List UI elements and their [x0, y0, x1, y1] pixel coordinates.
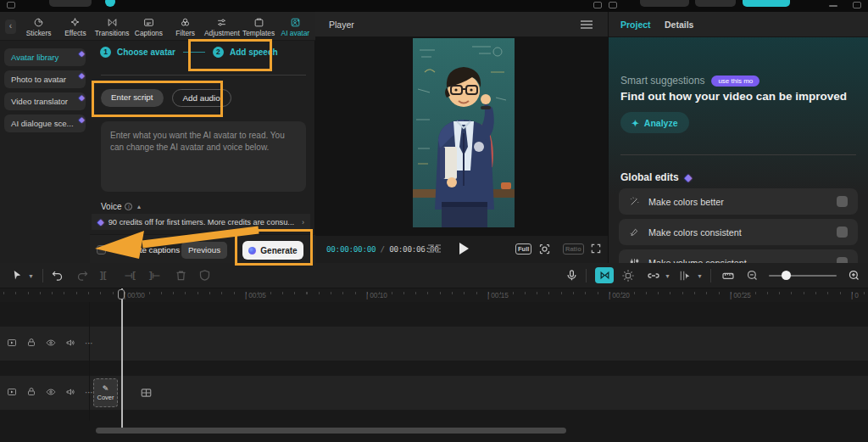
horizontal-scrollbar[interactable] — [96, 428, 566, 434]
tab-project[interactable]: Project — [620, 20, 651, 30]
templates-icon — [253, 17, 264, 28]
lock-icon[interactable] — [26, 338, 36, 348]
generate-button[interactable]: Generate — [242, 241, 303, 260]
transitions-icon — [107, 17, 118, 28]
info-icon[interactable]: i — [125, 203, 132, 210]
inspector-panel: Project Details Smart suggestions use th… — [609, 12, 868, 263]
select-tool-chevron-icon[interactable]: ▼ — [28, 273, 34, 279]
nav-ai-avatar[interactable]: AI avatar — [277, 17, 314, 37]
edit-card-colors-better[interactable]: Make colors better — [619, 188, 858, 215]
premium-gem-icon: ◆ — [79, 115, 85, 129]
record-voiceover-icon[interactable] — [565, 269, 578, 282]
more-icon[interactable]: ⋯ — [85, 338, 94, 348]
preview-select-icon[interactable] — [678, 269, 692, 283]
titlebar-icon — [7, 2, 15, 8]
toggle-colors-consistent[interactable] — [837, 227, 848, 238]
analyze-button[interactable]: ✦ Analyze — [620, 112, 689, 133]
use-this-badge: use this mo — [711, 76, 760, 87]
adjustment-icon — [216, 17, 227, 28]
toggle-colors-better[interactable] — [837, 196, 848, 207]
zoom-out-icon[interactable] — [746, 269, 759, 282]
playhead[interactable] — [121, 288, 123, 431]
select-tool-icon[interactable] — [11, 269, 24, 282]
fullscreen-icon[interactable] — [590, 243, 602, 255]
player-controls: 00:00:00:00 / 00:00:06:00 Full Ratio — [315, 235, 608, 263]
enter-script-tab[interactable]: Enter script — [101, 89, 164, 107]
minimize-icon[interactable] — [829, 5, 837, 7]
main-track-magnet-icon[interactable] — [595, 267, 614, 283]
sidebar-item-ai-dialogue-scene[interactable]: AI dialogue sce...◆ — [4, 115, 86, 132]
cover-button[interactable]: ✎ Cover — [93, 378, 118, 407]
edit-card-volume-consistent[interactable]: Make volume consistent — [619, 249, 858, 263]
lock-icon[interactable] — [26, 387, 36, 397]
auto-snap-icon[interactable] — [621, 269, 635, 283]
playhead-handle[interactable] — [118, 289, 125, 299]
nav-captions[interactable]: Captions — [131, 17, 167, 37]
script-input[interactable] — [101, 121, 306, 192]
delete-left-icon[interactable]: ⟞[ — [125, 270, 136, 281]
step-2-label[interactable]: Add speech — [230, 48, 278, 57]
split-icon[interactable]: ][ — [100, 270, 106, 280]
preview-chevron-icon[interactable]: ▼ — [697, 273, 703, 279]
play-button[interactable] — [459, 243, 469, 255]
nav-adjustment[interactable]: Adjustment — [203, 17, 240, 37]
sidebar-item-photo-to-avatar[interactable]: Photo to avatar◆ — [4, 70, 86, 88]
timeline-scale-icon[interactable] — [721, 269, 735, 283]
titlebar-pill — [49, 0, 92, 7]
nav-stickers[interactable]: Stickers — [20, 17, 57, 37]
credits-banner[interactable]: ◆ 90 credits off for first timers. More … — [92, 214, 310, 230]
tab-details[interactable]: Details — [665, 20, 693, 30]
sidebar-item-avatar-library[interactable]: Avatar library◆ — [4, 48, 86, 66]
track-lane-1[interactable] — [0, 327, 868, 361]
previous-button[interactable]: Previous — [181, 242, 227, 259]
mask-icon[interactable] — [198, 269, 211, 282]
delete-right-icon[interactable]: ]⟝ — [149, 270, 160, 281]
quality-scan-icon[interactable] — [538, 243, 551, 255]
collapse-panel-button[interactable]: ‹ — [5, 20, 16, 34]
step-1-label[interactable]: Choose avatar — [117, 48, 175, 57]
clip-thumbnail-icon[interactable] — [140, 387, 153, 399]
player-menu-icon[interactable] — [581, 20, 593, 29]
timeline-ruler[interactable]: 00:00 00:05 00:10 00:15 00:20 00:25 0 — [0, 288, 868, 302]
nav-effects[interactable]: Effects — [57, 17, 93, 37]
edit-card-colors-consistent[interactable]: Make colors consistent — [619, 219, 858, 245]
improve-headline: Find out how your video can be improved — [620, 90, 847, 103]
track-type-icon — [7, 338, 17, 348]
pen-refresh-icon — [629, 227, 640, 238]
eye-icon[interactable] — [46, 387, 56, 397]
chevron-right-icon: › — [302, 218, 304, 227]
divider — [620, 154, 856, 155]
zoom-slider-handle[interactable] — [782, 271, 791, 280]
speaker-icon[interactable] — [65, 387, 75, 397]
smart-suggestions-label: Smart suggestions — [620, 75, 704, 87]
sidebar-item-video-translator[interactable]: Video translator◆ — [4, 92, 86, 110]
link-chevron-icon[interactable]: ▼ — [665, 273, 670, 279]
full-preview-button[interactable]: Full — [515, 243, 531, 255]
script-view-icon[interactable] — [428, 244, 441, 255]
generate-captions-label: Generate captions — [112, 245, 180, 255]
nav-transitions[interactable]: Transitions — [94, 17, 131, 37]
divider — [101, 75, 306, 76]
wizard-steps: 1 Choose avatar 2 Add speech — [100, 47, 278, 58]
ratio-button[interactable]: Ratio — [563, 243, 584, 255]
speaker-icon[interactable] — [65, 338, 75, 348]
add-audio-tab[interactable]: Add audio — [172, 89, 231, 107]
script-input-container — [101, 121, 306, 192]
generate-captions-checkbox[interactable] — [97, 245, 106, 255]
window-icon[interactable] — [853, 2, 861, 8]
zoom-in-icon[interactable] — [848, 269, 860, 282]
collapse-caret-icon[interactable]: ▲ — [136, 204, 142, 210]
export-button-fragment[interactable] — [743, 0, 790, 7]
nav-templates[interactable]: Templates — [241, 17, 277, 37]
track-lane-2[interactable] — [0, 376, 868, 410]
delete-icon[interactable] — [175, 269, 187, 282]
voice-section-header[interactable]: Voice i ▲ — [101, 202, 142, 211]
link-clips-icon[interactable] — [647, 269, 660, 283]
undo-icon[interactable] — [51, 269, 64, 282]
redo-icon[interactable] — [76, 269, 89, 282]
timeline-zoom-slider[interactable] — [769, 275, 837, 277]
toggle-volume-consistent[interactable] — [837, 257, 848, 263]
nav-filters[interactable]: Filters — [167, 17, 203, 37]
video-preview[interactable] — [413, 38, 515, 227]
eye-icon[interactable] — [46, 338, 56, 348]
